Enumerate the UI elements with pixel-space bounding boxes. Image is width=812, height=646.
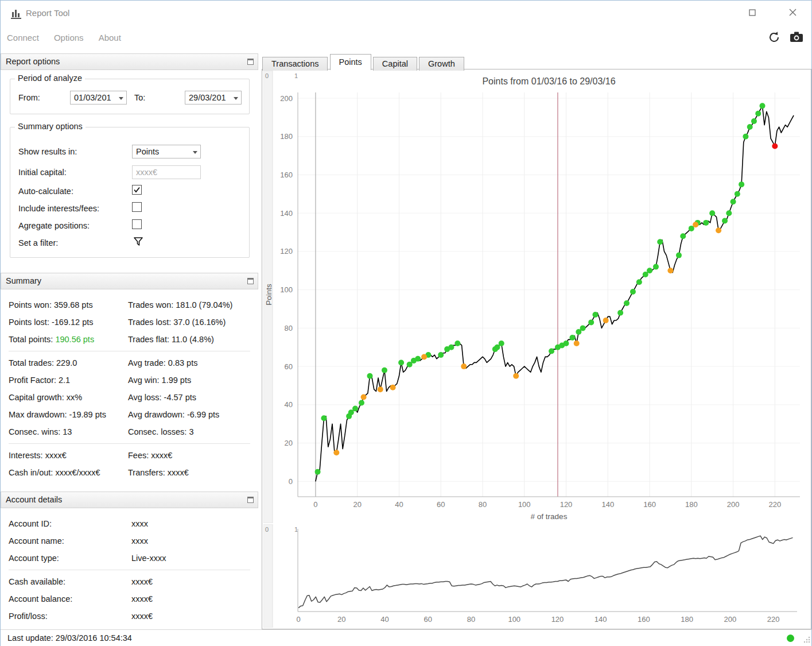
summary-options-groupbox: Summary options Show results in: Points … (10, 127, 250, 258)
account-name-label: Account name: (9, 532, 131, 550)
to-date-value: 29/03/201 (189, 93, 226, 102)
svg-text:160: 160 (280, 171, 293, 179)
svg-text:200: 200 (724, 615, 737, 624)
svg-text:60: 60 (424, 615, 432, 624)
account-id-value: xxxx (131, 515, 250, 532)
svg-text:0: 0 (265, 72, 269, 79)
account-cash-rows: Cash available: xxxx€ Account balance: x… (1, 573, 258, 625)
initial-capital-input[interactable] (132, 165, 201, 179)
svg-text:160: 160 (643, 500, 656, 509)
transfers-stat: Transfers: xxxx€ (128, 464, 250, 481)
overview-chart[interactable]: 01020406080100120140160180200220 (263, 524, 810, 628)
resize-grip[interactable] (803, 636, 810, 645)
cash-available-value: xxxx€ (131, 573, 250, 590)
summary-header[interactable]: Summary (1, 273, 258, 289)
tab-transactions[interactable]: Transactions (262, 57, 328, 71)
cash-inout-stat: Cash in/out: xxxx€/xxxx€ (9, 464, 128, 481)
divider (9, 351, 250, 351)
close-button[interactable] (783, 5, 802, 21)
toolbar (763, 31, 805, 45)
menu-options[interactable]: Options (48, 26, 90, 50)
trades-won-stat: Trades won: 181.0 (79.04%) (128, 296, 250, 314)
account-details-title: Account details (6, 495, 62, 504)
svg-text:20: 20 (285, 439, 293, 447)
from-date-combobox[interactable]: 01/03/201 (70, 91, 127, 105)
titlebar: Report Tool (1, 1, 811, 26)
menu-connect[interactable]: Connect (1, 26, 45, 50)
svg-text:120: 120 (280, 247, 293, 256)
trades-flat-stat: Trades flat: 11.0 (4.8%) (128, 331, 250, 348)
summary-options-title: Summary options (15, 122, 86, 131)
account-balance-label: Account balance: (9, 590, 131, 608)
agregate-positions-checkbox[interactable] (132, 219, 142, 229)
svg-text:1: 1 (294, 526, 298, 533)
undock-icon[interactable] (247, 278, 254, 284)
summary-stats-cash: Interests: xxxx€ Fees: xxxx€ Cash in/out… (1, 447, 258, 481)
menu-about[interactable]: About (92, 26, 127, 50)
account-type-label: Account type: (9, 550, 131, 567)
include-interests-label: Include interests/fees: (18, 202, 99, 215)
svg-text:# of trades: # of trades (531, 512, 568, 521)
initial-capital-label: Initial capital: (18, 165, 67, 179)
total-trades-stat: Total trades: 229.0 (9, 354, 128, 372)
report-options-panel: Report options Period of analyze From: 0… (1, 53, 258, 266)
show-results-label: Show results in: (18, 145, 77, 158)
last-update-text: Last update: 29/03/2016 10:54:34 (7, 630, 132, 646)
connection-status-indicator (787, 635, 794, 642)
auto-calculate-label: Auto-calculate: (18, 184, 73, 198)
svg-text:Points from 01/03/16 to 29/03/: Points from 01/03/16 to 29/03/16 (482, 76, 615, 86)
svg-text:180: 180 (685, 500, 698, 509)
svg-text:200: 200 (727, 500, 740, 509)
account-balance-value: xxxx€ (131, 590, 250, 608)
svg-text:40: 40 (285, 400, 293, 409)
svg-text:80: 80 (285, 324, 293, 332)
profit-loss-label: Profit/loss: (9, 608, 131, 625)
from-date-value: 01/03/201 (74, 93, 111, 102)
tab-capital[interactable]: Capital (373, 57, 417, 71)
consec-wins-stat: Consec. wins: 13 (9, 423, 128, 440)
chevron-down-icon (119, 97, 123, 100)
maximize-button[interactable] (743, 5, 762, 21)
auto-calculate-checkbox[interactable] (132, 185, 142, 195)
chart-tab-content: 0102040608010012014016018020002040608010… (262, 69, 811, 629)
cash-available-label: Cash available: (9, 573, 131, 590)
tab-growth[interactable]: Growth (419, 57, 464, 71)
set-filter-label: Set a filter: (18, 236, 58, 250)
svg-text:180: 180 (280, 132, 293, 141)
svg-text:100: 100 (518, 500, 531, 509)
refresh-icon[interactable] (768, 31, 783, 45)
include-interests-checkbox[interactable] (132, 202, 142, 212)
svg-text:100: 100 (280, 285, 293, 294)
total-points-stat: Total points: 190.56 pts (9, 331, 128, 348)
capital-growth-stat: Capital growth: xx% (9, 389, 128, 406)
account-name-value: xxxx (131, 532, 250, 550)
svg-text:100: 100 (508, 615, 520, 624)
to-date-combobox[interactable]: 29/03/201 (185, 91, 242, 105)
show-results-value: Points (136, 147, 159, 156)
camera-icon[interactable] (790, 31, 805, 45)
points-chart[interactable]: 0102040608010012014016018020002040608010… (263, 71, 810, 523)
show-results-combobox[interactable]: Points (132, 145, 201, 158)
undock-icon[interactable] (247, 497, 254, 503)
to-label: To: (134, 91, 145, 105)
filter-icon[interactable] (133, 237, 143, 247)
account-details-header[interactable]: Account details (1, 492, 258, 508)
tab-points[interactable]: Points (330, 54, 371, 70)
consec-losses-stat: Consec. losses: 3 (128, 423, 250, 440)
undock-icon[interactable] (247, 59, 254, 65)
svg-text:220: 220 (768, 500, 781, 509)
fees-stat: Fees: xxxx€ (128, 447, 250, 464)
svg-text:0: 0 (289, 477, 293, 486)
divider (9, 443, 250, 444)
period-groupbox: Period of analyze From: 01/03/201 To: 29… (10, 79, 250, 114)
svg-text:120: 120 (551, 615, 564, 624)
profit-loss-value: xxxx€ (131, 608, 250, 625)
chart-tabbar: Transactions Points Capital Growth (262, 54, 464, 69)
account-rows: Account ID: xxxx Account name: xxxx Acco… (1, 508, 258, 567)
report-tool-window: Report Tool Connect Options About Report… (0, 0, 812, 646)
period-group-title: Period of analyze (15, 74, 85, 83)
chevron-down-icon (234, 97, 238, 100)
svg-text:80: 80 (479, 500, 487, 509)
svg-text:20: 20 (337, 615, 345, 624)
report-options-header[interactable]: Report options (1, 53, 258, 70)
